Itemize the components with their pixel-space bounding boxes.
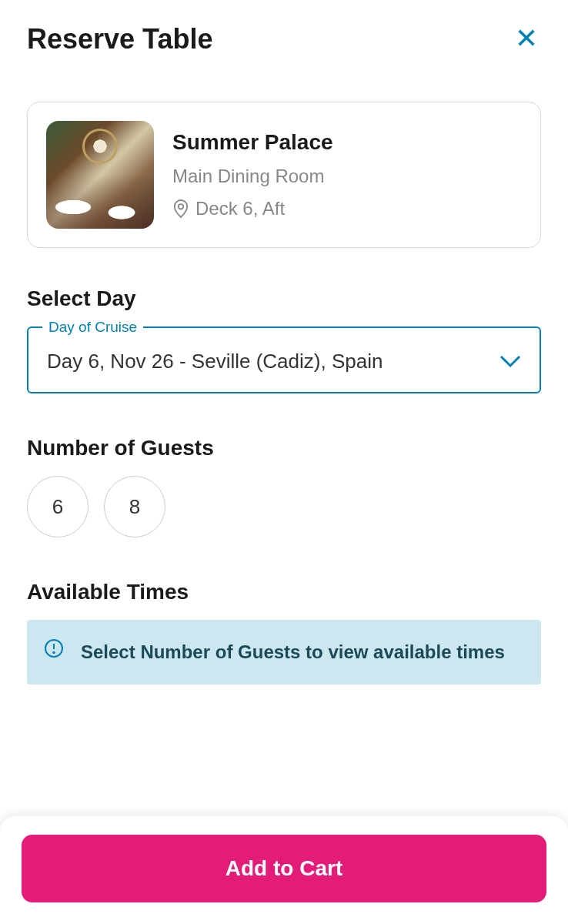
- day-floating-label: Day of Cruise: [42, 319, 143, 336]
- available-times-label: Available Times: [27, 580, 541, 604]
- svg-point-2: [179, 204, 183, 209]
- day-select-value: Day 6, Nov 26 - Seville (Cadiz), Spain: [47, 350, 383, 373]
- venue-name: Summer Palace: [172, 130, 333, 155]
- venue-location: Deck 6, Aft: [172, 198, 333, 219]
- guest-option-6[interactable]: 6: [27, 476, 89, 537]
- info-icon: [44, 638, 64, 658]
- select-day-label: Select Day: [27, 286, 541, 311]
- close-button[interactable]: [512, 23, 541, 55]
- guest-options: 6 8: [27, 476, 541, 537]
- content-area: Summer Palace Main Dining Room Deck 6, A…: [0, 102, 568, 685]
- guests-label: Number of Guests: [27, 436, 541, 460]
- close-icon: [516, 27, 537, 49]
- page-title: Reserve Table: [27, 23, 212, 55]
- venue-image: [46, 121, 154, 229]
- add-to-cart-button[interactable]: Add to Cart: [22, 835, 546, 902]
- footer-bar: Add to Cart: [0, 816, 568, 924]
- chevron-down-icon: [500, 355, 521, 369]
- day-select-wrapper: Day of Cruise Day 6, Nov 26 - Seville (C…: [27, 326, 541, 393]
- venue-info: Summer Palace Main Dining Room Deck 6, A…: [172, 121, 333, 229]
- location-pin-icon: [172, 199, 189, 219]
- svg-point-5: [53, 652, 55, 654]
- venue-subtitle: Main Dining Room: [172, 166, 333, 187]
- info-banner: Select Number of Guests to view availabl…: [27, 620, 541, 685]
- venue-location-text: Deck 6, Aft: [195, 198, 285, 219]
- day-select[interactable]: Day 6, Nov 26 - Seville (Cadiz), Spain: [27, 326, 541, 393]
- page-header: Reserve Table: [0, 0, 568, 71]
- venue-card: Summer Palace Main Dining Room Deck 6, A…: [27, 102, 541, 248]
- info-text: Select Number of Guests to view availabl…: [81, 638, 523, 666]
- guest-option-8[interactable]: 8: [104, 476, 165, 537]
